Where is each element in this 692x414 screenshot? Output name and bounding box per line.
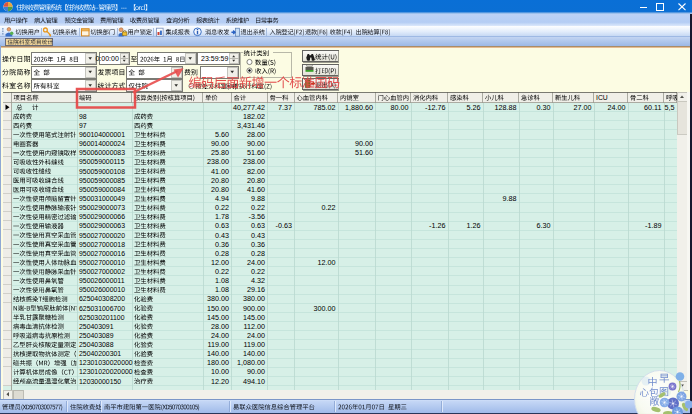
svg-text:27.00: 27.00 [574, 103, 592, 112]
svg-text:51.60: 51.60 [355, 148, 373, 157]
svg-text:785.02: 785.02 [314, 103, 336, 112]
svg-text:60.11: 60.11 [644, 103, 661, 112]
svg-text:0.63: 0.63 [251, 221, 265, 230]
svg-text:625031006700: 625031006700 [79, 305, 125, 312]
svg-text:250403089: 250403089 [79, 332, 114, 339]
svg-text:140.00: 140.00 [207, 349, 229, 358]
svg-text:9.88: 9.88 [251, 194, 265, 203]
svg-text:625030201100: 625030201100 [79, 314, 125, 321]
svg-text:28.00: 28.00 [211, 322, 229, 331]
svg-text:0.63: 0.63 [215, 221, 229, 230]
svg-text:41.60: 41.60 [247, 185, 265, 194]
svg-text:950029000063: 950029000063 [79, 222, 125, 229]
svg-text:98: 98 [79, 113, 87, 120]
svg-text:380.00: 380.00 [243, 294, 265, 303]
svg-text:0.36: 0.36 [251, 240, 265, 249]
svg-text:112.00: 112.00 [244, 322, 265, 331]
svg-text:950027000020: 950027000020 [79, 232, 125, 239]
svg-text:625040308200: 625040308200 [79, 295, 125, 302]
svg-text:-12.76: -12.76 [425, 103, 445, 112]
svg-text:-0.63: -0.63 [276, 221, 292, 230]
svg-text:24.00: 24.00 [247, 331, 265, 340]
svg-text:6.30: 6.30 [537, 221, 551, 230]
svg-text:4.32: 4.32 [251, 276, 265, 285]
svg-text:40,277.42: 40,277.42 [233, 103, 265, 112]
svg-text:12.00: 12.00 [318, 258, 336, 267]
svg-text:12030000150: 12030000150 [79, 378, 121, 385]
svg-text:494.10: 494.10 [243, 377, 265, 386]
svg-text:41.00: 41.00 [211, 167, 229, 176]
svg-text:90.00: 90.00 [247, 139, 265, 148]
svg-text:5.60: 5.60 [215, 130, 229, 139]
svg-text:5.26: 5.26 [467, 103, 481, 112]
svg-text:950059000108: 950059000108 [79, 168, 125, 175]
svg-text:145.00: 145.00 [243, 313, 265, 322]
svg-text:1.26: 1.26 [467, 221, 481, 230]
svg-text:119.00: 119.00 [244, 340, 265, 349]
svg-text:0.43: 0.43 [251, 231, 265, 240]
svg-text:950060000083: 950060000083 [79, 149, 125, 156]
svg-text:7.37: 7.37 [278, 103, 292, 112]
svg-text:950027000018: 950027000018 [79, 241, 125, 248]
svg-text:950027000002: 950027000002 [79, 268, 125, 275]
svg-text:0.22: 0.22 [251, 267, 265, 276]
svg-text:90.00: 90.00 [355, 139, 373, 148]
svg-text:12.20: 12.20 [211, 377, 229, 386]
svg-text:20.80: 20.80 [211, 185, 229, 194]
svg-text:51.60: 51.60 [247, 148, 265, 157]
svg-text:950059000084: 950059000084 [79, 186, 125, 193]
svg-text:380.00: 380.00 [207, 294, 229, 303]
svg-text:20.80: 20.80 [247, 176, 265, 185]
svg-text:950059000115: 950059000115 [79, 158, 125, 165]
svg-text:0.36: 0.36 [215, 240, 229, 249]
svg-text:0.43: 0.43 [215, 231, 229, 240]
svg-text:950027000010: 950027000010 [79, 259, 125, 266]
svg-text:-1.26: -1.26 [429, 221, 445, 230]
svg-text:12301020020000: 12301020020000 [79, 368, 133, 375]
svg-text:24.00: 24.00 [247, 258, 265, 267]
svg-text:0.22: 0.22 [215, 203, 229, 212]
svg-text:950026000010: 950026000010 [79, 286, 125, 293]
svg-text:900.00: 900.00 [243, 304, 265, 313]
svg-text:9.88: 9.88 [503, 194, 517, 203]
svg-text:28.00: 28.00 [247, 130, 265, 139]
svg-text:250403088: 250403088 [79, 341, 114, 348]
svg-text:1.78: 1.78 [215, 212, 229, 221]
svg-text:960014000024: 960014000024 [79, 140, 125, 147]
svg-text:238.00: 238.00 [243, 157, 265, 166]
svg-text:24.00: 24.00 [211, 331, 229, 340]
svg-text:10.00: 10.00 [211, 367, 229, 376]
svg-text:950029000073: 950029000073 [79, 204, 125, 211]
svg-text:ICU: ICU [596, 94, 608, 101]
svg-text:90.00: 90.00 [211, 139, 229, 148]
svg-text:0.22: 0.22 [215, 267, 229, 276]
svg-text:0.22: 0.22 [322, 203, 336, 212]
svg-text:24.00: 24.00 [608, 103, 626, 112]
svg-text:3,431.46: 3,431.46 [237, 121, 265, 130]
svg-text:238.00: 238.00 [207, 157, 229, 166]
svg-text:1.08: 1.08 [215, 285, 229, 294]
svg-text:0.28: 0.28 [251, 249, 265, 258]
svg-text:97: 97 [79, 122, 87, 129]
svg-text:128.88: 128.88 [495, 103, 517, 112]
svg-text:12.00: 12.00 [211, 258, 229, 267]
svg-text:140.00: 140.00 [243, 349, 265, 358]
svg-text:82.00: 82.00 [247, 167, 265, 176]
svg-text:5,5: 5,5 [665, 103, 675, 112]
svg-text:950031000049: 950031000049 [79, 195, 125, 202]
svg-text:182.02: 182.02 [243, 112, 265, 121]
svg-text:1.08: 1.08 [215, 276, 229, 285]
svg-text:23:59:59: 23:59:59 [201, 55, 228, 62]
svg-text:145.00: 145.00 [207, 313, 229, 322]
svg-text:950059000085: 950059000085 [79, 177, 125, 184]
svg-text:-3.56: -3.56 [249, 212, 265, 221]
svg-text:950027000016: 950027000016 [79, 250, 125, 257]
svg-text:90.00: 90.00 [247, 367, 265, 376]
svg-text:180.00: 180.00 [207, 358, 229, 367]
svg-text:0.28: 0.28 [215, 249, 229, 258]
svg-text:80.00: 80.00 [391, 103, 409, 112]
svg-text:1,880.60: 1,880.60 [345, 103, 373, 112]
svg-text:119.00: 119.00 [208, 340, 229, 349]
svg-text:950026000011: 950026000011 [79, 277, 125, 284]
svg-text:1,080.00: 1,080.00 [237, 358, 265, 367]
